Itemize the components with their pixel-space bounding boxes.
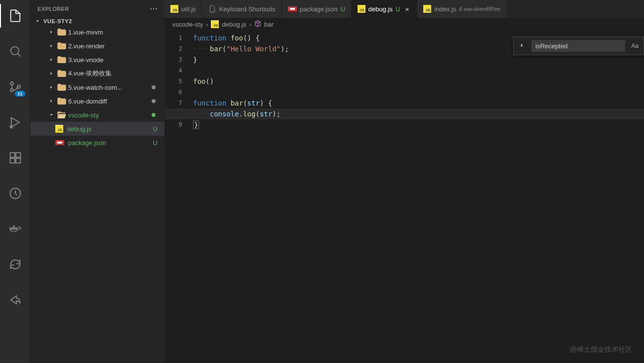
js-file-icon: JS	[423, 5, 431, 13]
breadcrumb-part[interactable]: debug.js	[222, 21, 246, 28]
sync-icon[interactable]	[3, 253, 27, 276]
match-case-toggle[interactable]: Aa	[629, 41, 641, 50]
tab-label: util.js	[181, 5, 196, 13]
folder-label: 6.vue-domdiff	[68, 98, 150, 105]
tab-active[interactable]: JS debug.js U ×	[352, 0, 418, 18]
source-control-icon[interactable]: 11	[3, 75, 27, 99]
chevron-down-icon	[34, 18, 41, 24]
sidebar-header: EXPLORER ⋯	[31, 0, 164, 17]
file-icon	[208, 5, 216, 13]
more-actions-icon[interactable]: ⋯	[150, 4, 158, 13]
folder-item[interactable]: 6.vue-domdiff	[31, 94, 164, 108]
svg-rect-14	[13, 225, 15, 227]
find-widget: Aa	[513, 36, 644, 55]
js-file-icon: JS	[55, 125, 63, 133]
tab[interactable]: Keyboard Shortcuts	[202, 0, 282, 18]
chevron-right-icon	[47, 71, 55, 76]
breadcrumb[interactable]: vscode-sty › JS debug.js › bar	[164, 18, 644, 31]
project-name: VUE-STY2	[43, 18, 72, 24]
git-status-letter: U	[340, 5, 345, 13]
explorer-icon[interactable]	[3, 4, 27, 28]
explorer-title: EXPLORER	[38, 6, 69, 12]
editor-area: JS util.js Keyboard Shortcuts package.js…	[164, 0, 644, 363]
folder-icon	[57, 98, 66, 105]
folder-label: 3.vue-vnode	[68, 56, 164, 64]
folder-label: 5.vue-watch-com...	[68, 84, 150, 91]
line-gutter: 1 2 3 4 5 6 7 8 9	[164, 31, 193, 363]
tab-label: Keyboard Shortcuts	[219, 5, 276, 13]
chevron-right-icon	[47, 43, 55, 49]
folder-icon	[57, 29, 66, 36]
run-debug-icon[interactable]	[3, 110, 27, 134]
modified-dot-icon	[152, 99, 156, 103]
symbol-function-icon	[254, 20, 261, 29]
project-header[interactable]: VUE-STY2	[31, 17, 164, 25]
activity-bar: 11	[0, 0, 31, 363]
file-label: debug.js	[67, 125, 151, 133]
npm-file-icon	[288, 6, 297, 11]
git-status-letter: U	[153, 125, 158, 133]
chevron-right-icon	[47, 29, 55, 35]
tab[interactable]: JS index.js 6.vue-domdiff/src	[417, 0, 507, 18]
svg-line-1	[17, 54, 20, 57]
docker-icon[interactable]	[3, 217, 27, 241]
file-tree: 1.vue-mvvm 2.vue-render 3.vue-vnode 4.vu…	[31, 25, 164, 363]
folder-item[interactable]: 3.vue-vnode	[31, 53, 164, 67]
modified-dot-icon	[152, 85, 156, 89]
npm-file-icon	[55, 140, 64, 145]
extensions-icon[interactable]	[3, 146, 27, 170]
chevron-right-icon	[47, 57, 55, 63]
source-control-badge: 11	[15, 91, 25, 97]
folder-item[interactable]: 4.vue-依赖收集	[31, 67, 164, 80]
share-icon[interactable]	[3, 288, 27, 312]
file-item[interactable]: JS debug.js U	[31, 122, 164, 136]
breadcrumb-part[interactable]: vscode-sty	[172, 21, 203, 28]
git-untracked-dot-icon	[152, 113, 156, 117]
folder-item[interactable]: 1.vue-mvvm	[31, 25, 164, 39]
tab[interactable]: JS util.js	[164, 0, 202, 18]
tab-label: index.js	[434, 5, 456, 13]
svg-rect-8	[10, 158, 14, 163]
folder-icon	[57, 56, 66, 63]
folder-label: vscode-sty	[68, 111, 150, 119]
breadcrumb-part[interactable]: bar	[264, 21, 274, 28]
js-file-icon: JS	[211, 20, 219, 28]
chevron-down-icon	[47, 112, 55, 118]
file-label: package.json	[68, 139, 151, 146]
close-icon[interactable]: ×	[403, 5, 411, 13]
chevron-right-icon	[47, 84, 55, 90]
git-status-letter: U	[153, 139, 158, 146]
chevron-right-icon: ›	[206, 21, 208, 28]
svg-point-0	[10, 47, 18, 55]
js-file-icon: JS	[170, 5, 178, 13]
code-editor[interactable]: 1 2 3 4 5 6 7 8 9 function foo() { ····b…	[164, 31, 644, 363]
chevron-right-icon	[47, 98, 55, 104]
git-status-letter: U	[396, 5, 400, 13]
folder-open-icon	[57, 111, 66, 118]
tab-label: package.json	[300, 5, 338, 13]
svg-rect-7	[16, 153, 20, 157]
search-icon[interactable]	[3, 39, 27, 63]
svg-rect-6	[10, 153, 14, 157]
folder-item[interactable]: 5.vue-watch-com...	[31, 80, 164, 94]
folder-icon	[57, 70, 66, 77]
folder-item-open[interactable]: vscode-sty	[31, 108, 164, 122]
folder-item[interactable]: 2.vue-render	[31, 39, 164, 53]
tab-subtitle: 6.vue-domdiff/src	[459, 6, 500, 12]
code-content[interactable]: function foo() { ····bar("Hello World");…	[193, 31, 644, 363]
sidebar: EXPLORER ⋯ VUE-STY2 1.vue-mvvm 2.vue-ren…	[31, 0, 164, 363]
remote-icon[interactable]	[3, 182, 27, 205]
file-item[interactable]: package.json U	[31, 136, 164, 149]
svg-point-3	[10, 89, 13, 92]
watermark: @稀土掘金技术社区	[570, 345, 632, 354]
folder-icon	[57, 84, 66, 91]
tab-label: debug.js	[368, 5, 393, 13]
find-input[interactable]	[531, 40, 625, 52]
chevron-right-icon[interactable]	[517, 42, 527, 50]
folder-label: 2.vue-render	[68, 42, 164, 50]
js-file-icon: JS	[358, 5, 365, 13]
folder-icon	[57, 42, 66, 49]
tab-bar: JS util.js Keyboard Shortcuts package.js…	[164, 0, 644, 18]
tab[interactable]: package.json U	[282, 0, 352, 18]
svg-point-2	[10, 82, 13, 85]
